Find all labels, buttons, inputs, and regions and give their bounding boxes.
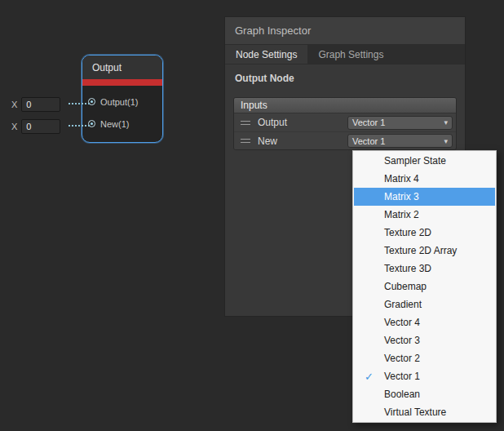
section-title: Output Node <box>235 73 455 84</box>
menu-item-label: Boolean <box>384 389 420 400</box>
output-node[interactable]: Output Output(1) New(1) <box>82 55 163 143</box>
menu-item-vector-2[interactable]: ✓Vector 2 <box>354 349 495 367</box>
menu-item-vector-4[interactable]: ✓Vector 4 <box>354 313 495 331</box>
input-name: Output <box>258 117 347 128</box>
menu-item-sampler-state[interactable]: ✓Sampler State <box>354 152 495 170</box>
inputs-list-header: Inputs <box>234 98 456 113</box>
menu-item-texture-2d-array[interactable]: ✓Texture 2D Array <box>354 242 495 260</box>
input-row-new[interactable]: New Vector 1 ▾ <box>234 131 456 149</box>
menu-item-vector-1[interactable]: ✓Vector 1 <box>354 367 495 385</box>
field-value-input[interactable]: 0 <box>21 97 60 112</box>
menu-item-label: Vector 3 <box>384 335 420 346</box>
input-name: New <box>258 136 347 147</box>
dropdown-value: Vector 1 <box>352 118 385 127</box>
inspector-tabbar: Node Settings Graph Settings <box>225 45 465 64</box>
inspector-body: Output Node Inputs Output Vector 1 ▾ New… <box>225 73 465 150</box>
menu-item-label: Gradient <box>384 299 422 310</box>
drag-handle-icon[interactable] <box>241 139 250 143</box>
type-dropdown-output[interactable]: Vector 1 ▾ <box>347 116 453 130</box>
field-value-input[interactable]: 0 <box>21 119 60 134</box>
default-value-field-output: X 0 <box>11 96 60 112</box>
menu-item-matrix-4[interactable]: ✓Matrix 4 <box>354 170 495 188</box>
node-title: Output <box>92 62 122 73</box>
input-row-output[interactable]: Output Vector 1 ▾ <box>234 113 456 131</box>
menu-item-label: Vector 2 <box>384 353 420 364</box>
menu-item-label: Cubemap <box>384 281 427 292</box>
default-value-field-new: X 0 <box>11 118 60 134</box>
type-dropdown-new[interactable]: Vector 1 ▾ <box>347 134 453 148</box>
menu-item-texture-2d[interactable]: ✓Texture 2D <box>354 224 495 242</box>
menu-item-cubemap[interactable]: ✓Cubemap <box>354 278 495 295</box>
port-label: New(1) <box>100 119 129 129</box>
check-icon: ✓ <box>365 371 384 383</box>
caret-down-icon: ▾ <box>444 137 448 145</box>
menu-item-label: Virtual Texture <box>384 407 446 418</box>
node-body: Output(1) New(1) <box>82 86 162 135</box>
menu-item-virtual-texture[interactable]: ✓Virtual Texture <box>354 403 495 421</box>
tab-graph-settings[interactable]: Graph Settings <box>307 45 394 64</box>
menu-item-label: Matrix 4 <box>384 173 419 184</box>
menu-item-label: Texture 2D Array <box>384 245 457 256</box>
dropdown-value: Vector 1 <box>352 136 385 146</box>
node-accent-bar <box>82 79 162 86</box>
port-row-new[interactable]: New(1) <box>82 113 162 135</box>
inspector-header[interactable]: Graph Inspector <box>225 17 465 45</box>
menu-item-texture-3d[interactable]: ✓Texture 3D <box>354 260 495 278</box>
tab-node-settings[interactable]: Node Settings <box>225 45 307 64</box>
menu-item-label: Matrix 3 <box>384 191 419 202</box>
inspector-title: Graph Inspector <box>235 24 311 37</box>
menu-item-matrix-3[interactable]: ✓Matrix 3 <box>354 188 495 206</box>
menu-item-boolean[interactable]: ✓Boolean <box>354 385 495 403</box>
menu-item-label: Vector 4 <box>384 317 420 328</box>
menu-item-gradient[interactable]: ✓Gradient <box>354 295 495 313</box>
menu-item-label: Texture 2D <box>384 227 431 238</box>
menu-item-label: Texture 3D <box>384 263 431 274</box>
inputs-list: Inputs Output Vector 1 ▾ New Vector 1 ▾ <box>233 97 457 150</box>
menu-item-label: Matrix 2 <box>384 209 419 220</box>
menu-item-matrix-2[interactable]: ✓Matrix 2 <box>354 206 495 224</box>
caret-down-icon: ▾ <box>444 118 448 127</box>
menu-item-label: Sampler State <box>384 155 446 167</box>
field-axis-label: X <box>11 100 17 109</box>
drag-handle-icon[interactable] <box>241 121 250 125</box>
menu-item-label: Vector 1 <box>384 371 420 382</box>
edge-connector <box>69 103 90 104</box>
type-dropdown-menu: ✓Sampler State ✓Matrix 4 ✓Matrix 3 ✓Matr… <box>352 150 497 423</box>
field-axis-label: X <box>11 122 17 131</box>
edge-connector <box>69 125 90 127</box>
menu-item-vector-3[interactable]: ✓Vector 3 <box>354 331 495 349</box>
port-label: Output(1) <box>100 97 138 107</box>
node-title-bar[interactable]: Output <box>82 56 162 79</box>
port-row-output[interactable]: Output(1) <box>82 91 162 113</box>
